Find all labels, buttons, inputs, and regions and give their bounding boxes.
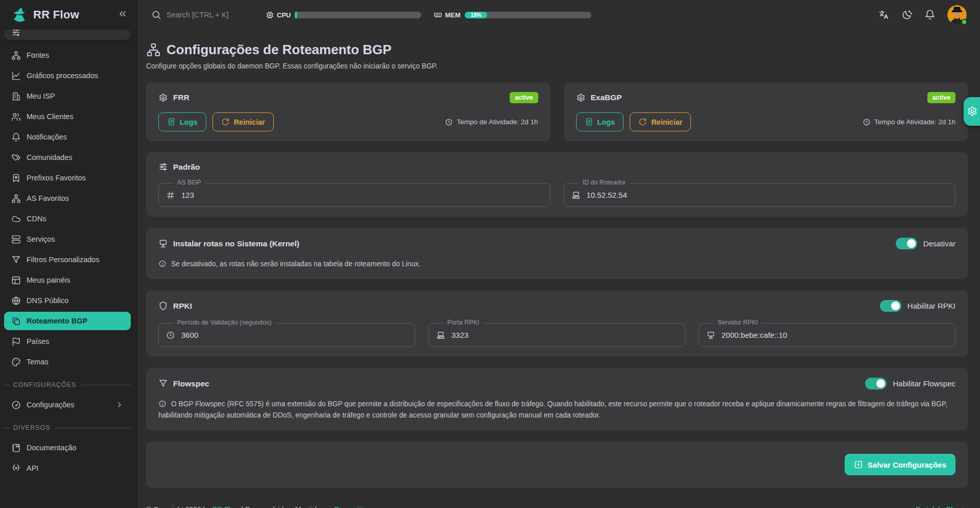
refresh-icon	[221, 118, 230, 126]
sidebar-item-dns-publico[interactable]: DNS Público	[4, 291, 131, 310]
braces-icon	[11, 464, 21, 473]
logs-icon	[167, 118, 176, 126]
sidebar-item-label: DNS Público	[27, 296, 68, 305]
translate-button[interactable]	[878, 9, 890, 20]
save-button-label: Salvar Configurações	[868, 460, 946, 469]
sidebar-item-prefixos-favoritos[interactable]: Prefixos Favoritos	[4, 169, 131, 187]
field-label: Período de Validação (segundos)	[173, 319, 276, 326]
logs-button-label: Logs	[597, 118, 615, 126]
rpki-card: RPKI Habilitar RPKI Período de Validação…	[146, 290, 968, 357]
sidebar-item-label: Notificações	[27, 133, 67, 141]
sidebar-item-paises[interactable]: Países	[4, 332, 131, 351]
dark-mode-button[interactable]	[901, 9, 913, 20]
hash-icon	[166, 191, 175, 200]
flowspec-card: Flowspec Habilitar Flowspec O BGP Flowsp…	[146, 368, 968, 430]
service-name: FRR	[173, 93, 189, 102]
restart-button[interactable]: Reiniciar	[212, 112, 274, 131]
uptime-text: Tempo de Atividade: 2d 1h	[874, 118, 955, 126]
sidebar-item-partial[interactable]	[4, 30, 131, 40]
sidebar-item-servicos[interactable]: Serviços	[4, 230, 131, 248]
mem-label: MEM	[445, 11, 460, 19]
sitemap-icon	[11, 51, 21, 60]
sidebar: RR Flow FontesGráficos processadosMeu IS…	[0, 0, 138, 508]
info-icon	[158, 260, 166, 268]
section-title: Flowspec	[173, 379, 209, 388]
sidebar-item-label: Prefixos Favoritos	[27, 174, 86, 182]
gear-icon	[576, 93, 586, 103]
sidebar-item-label: Meu ISP	[27, 92, 55, 100]
kernel-info-text: Se desativado, as rotas não serão instal…	[171, 260, 421, 268]
sidebar-item-configuracoes[interactable]: Configurações	[4, 396, 131, 414]
sidebar-item-filtros-personalizados[interactable]: Filtros Personalizados	[4, 250, 131, 269]
status-badge: active	[927, 92, 955, 103]
rpki-toggle[interactable]	[880, 300, 901, 312]
floating-settings-button[interactable]	[964, 97, 980, 126]
client-portal-link[interactable]: Portal do Cliente	[916, 506, 968, 508]
chevron-right-icon	[115, 401, 124, 409]
logs-button[interactable]: Logs	[158, 112, 206, 131]
logs-icon	[585, 118, 593, 126]
flowspec-info-text: O BGP Flowspec (RFC 5575) é uma extensão…	[158, 400, 947, 419]
kernel-routes-toggle[interactable]	[896, 238, 917, 249]
sidebar-item-temas[interactable]: Temas	[4, 353, 131, 371]
field-label: AS BGP	[173, 179, 205, 186]
uptime-label: Tempo de Atividade: 2d 1h	[863, 118, 955, 126]
book-icon	[11, 443, 21, 453]
sidebar-item-label: Documentação	[27, 444, 77, 452]
avatar[interactable]	[947, 5, 967, 25]
rpki-server-input[interactable]	[722, 331, 948, 339]
save-button[interactable]: Salvar Configurações	[845, 454, 955, 475]
gauge-icon	[11, 400, 21, 410]
sidebar-item-label: Configurações	[27, 401, 75, 409]
sidebar-item-meus-clientes[interactable]: Meus Clientes	[4, 107, 131, 126]
mem-icon	[434, 11, 442, 19]
sidebar-item-roteamento-bgp[interactable]: Roteamento BGP	[4, 312, 131, 330]
building-icon	[11, 91, 21, 101]
sidebar-item-documentacao[interactable]: Documentação	[4, 438, 131, 457]
rpki-validation-period-input[interactable]	[181, 331, 408, 339]
as-bgp-input[interactable]	[181, 191, 543, 199]
footer-copyright: © Copyright 2026 by RR Flow | Desenvolvi…	[146, 506, 363, 508]
topbar: CPU MEM 18%	[138, 0, 980, 30]
sidebar-collapse-button[interactable]	[115, 8, 130, 22]
sidebar-item-graficos-processados[interactable]: Gráficos processados	[4, 66, 131, 85]
rpki-server-field: Servidor RPKI	[699, 323, 955, 347]
users-icon	[11, 112, 21, 122]
info-icon	[158, 400, 166, 408]
panel-icon	[11, 275, 21, 285]
rpki-port-input[interactable]	[451, 331, 678, 339]
flowspec-toggle[interactable]	[865, 378, 887, 389]
section-title: Instalar rotas no Sistema (Kernel)	[173, 239, 299, 248]
restart-button[interactable]: Reiniciar	[630, 112, 691, 131]
sidebar-item-notificacoes[interactable]: Notificações	[4, 128, 131, 146]
service-card-exabgp: ExaBGP active Logs Reiniciar Te	[564, 82, 968, 141]
section-title: RPKI	[173, 302, 192, 311]
sidebar-item-fontes[interactable]: Fontes	[4, 46, 131, 64]
sidebar-item-cdns[interactable]: CDNs	[4, 210, 131, 228]
app-logo[interactable]: RR Flow	[11, 6, 110, 24]
sidebar-item-label: Países	[27, 337, 49, 345]
sidebar-item-label: Meus painéis	[27, 276, 70, 284]
copyright-middle: | Desenvolvido e Mantido por	[240, 506, 334, 508]
notifications-button[interactable]	[924, 9, 936, 20]
field-label: Porta RPKI	[443, 319, 484, 326]
bell-icon	[11, 132, 21, 142]
author-link[interactable]: Remontti	[334, 506, 363, 508]
mem-progress-fill: 18%	[465, 12, 488, 18]
sidebar-item-api[interactable]: API	[4, 459, 131, 477]
sidebar-item-meu-isp[interactable]: Meu ISP	[4, 87, 131, 105]
brand-link[interactable]: RR Flow	[212, 506, 240, 508]
sidebar-item-comunidades[interactable]: Comunidades	[4, 148, 131, 167]
mem-progress-bar: 18%	[465, 12, 591, 18]
page-title: Configurações de Roteamento BGP	[146, 42, 968, 58]
funnel-icon	[11, 255, 21, 265]
router-id-input[interactable]	[587, 191, 948, 199]
copyright-prefix: © Copyright 2026 by	[146, 506, 212, 508]
sidebar-section-label: CONFIGURAÇÕES	[4, 381, 131, 388]
search-input[interactable]	[166, 11, 253, 19]
sidebar-item-meus-paineis[interactable]: Meus painéis	[4, 271, 131, 289]
logs-button[interactable]: Logs	[576, 112, 624, 131]
sidebar-item-label: Serviços	[27, 235, 55, 243]
save-icon	[854, 460, 863, 469]
sidebar-item-as-favoritos[interactable]: AS Favoritos	[4, 189, 131, 207]
